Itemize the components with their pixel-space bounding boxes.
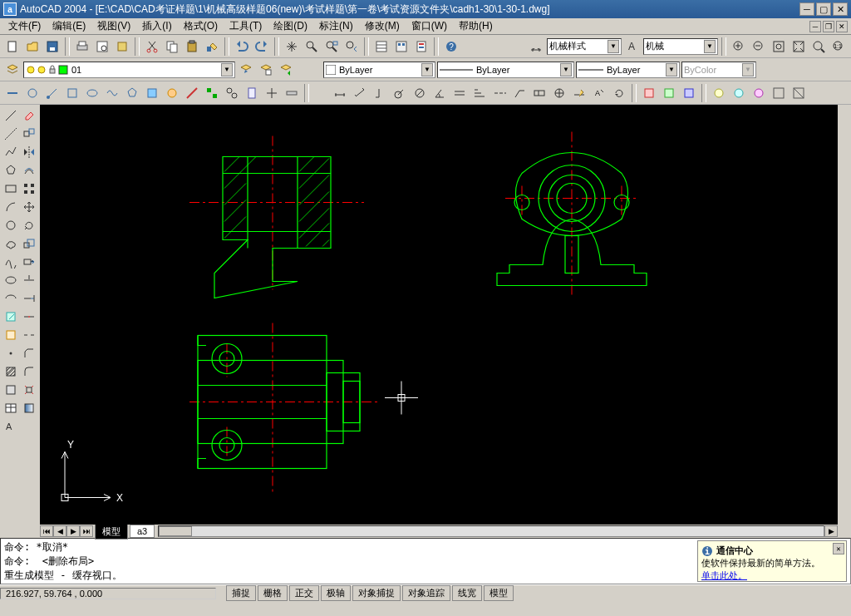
gradient-button[interactable] <box>20 399 37 416</box>
menu-dimension[interactable]: 标注(N) <box>314 17 358 35</box>
copy-button[interactable] <box>163 37 181 56</box>
layer-manager-button[interactable] <box>3 61 22 79</box>
arc-button[interactable] <box>2 198 19 215</box>
mtext-button[interactable]: A <box>2 417 19 435</box>
point-button[interactable] <box>2 344 19 362</box>
tool-a6[interactable] <box>103 84 121 102</box>
dim-tedit-button[interactable]: A <box>590 84 608 102</box>
mirror-button[interactable] <box>20 143 37 160</box>
tool-a7[interactable] <box>123 84 141 102</box>
layer-states-button[interactable] <box>257 61 275 79</box>
mod-b1[interactable] <box>640 84 658 102</box>
extend-button[interactable] <box>20 289 37 307</box>
ellipse-button[interactable] <box>2 271 19 288</box>
menu-file[interactable]: 文件(F) <box>3 17 46 35</box>
dim-aligned-button[interactable] <box>351 84 369 102</box>
fillet-button[interactable] <box>20 362 37 380</box>
mod-c3[interactable] <box>750 84 768 102</box>
dim-diameter-button[interactable] <box>411 84 429 102</box>
dropdown-arrow-icon[interactable]: ▼ <box>704 40 716 53</box>
open-button[interactable] <box>23 37 42 56</box>
move-button[interactable] <box>20 198 37 215</box>
hatch-button[interactable] <box>2 362 19 380</box>
tool-a2[interactable] <box>23 84 42 102</box>
tool-a9[interactable] <box>163 84 181 102</box>
publish-button[interactable] <box>113 37 131 56</box>
insert-block-button[interactable] <box>2 308 19 325</box>
command-window[interactable]: 命令: *取消* 命令: <删除布局> 重生成模型 - 缓存视口。 命令: ✕ … <box>0 538 851 584</box>
layer-combo[interactable]: 01 ▼ <box>23 62 235 78</box>
vertical-scrollbar[interactable] <box>838 105 851 538</box>
mdi-close-button[interactable]: ✕ <box>836 21 848 32</box>
dim-angular-button[interactable] <box>430 84 449 102</box>
break-at-point-button[interactable] <box>20 308 37 325</box>
menu-modify[interactable]: 修改(M) <box>360 17 405 35</box>
otrack-toggle[interactable]: 对象追踪 <box>402 585 450 601</box>
tab-next-button[interactable]: ▶ <box>66 525 80 537</box>
textstyle-icon[interactable]: A <box>623 37 642 56</box>
menu-tools[interactable]: 工具(T) <box>224 17 267 35</box>
dim-center-button[interactable] <box>550 84 568 102</box>
dim-leader-button[interactable] <box>510 84 529 102</box>
zoom-window2-button[interactable] <box>809 37 828 56</box>
hscroll-right-button[interactable]: ▶ <box>824 525 838 537</box>
dim-update-button[interactable] <box>610 84 628 102</box>
tab-last-button[interactable]: ⏭ <box>80 525 93 537</box>
tool-a5[interactable] <box>83 84 101 102</box>
design-center-button[interactable] <box>392 37 411 56</box>
break-button[interactable] <box>20 326 37 343</box>
grid-toggle[interactable]: 栅格 <box>258 585 288 601</box>
dimstyle-combo[interactable]: 机械样式 ▼ <box>547 38 622 55</box>
region-button[interactable] <box>2 381 19 398</box>
mdi-restore-button[interactable]: ❐ <box>823 21 834 32</box>
dimstyle-icon[interactable] <box>527 37 545 56</box>
menu-view[interactable]: 视图(V) <box>92 17 135 35</box>
paste-button[interactable] <box>183 37 201 56</box>
coordinate-display[interactable]: 216.927, 59.764 , 0.000 <box>0 588 216 599</box>
construction-line-button[interactable] <box>2 125 19 142</box>
drawing-canvas[interactable]: Y X <box>40 105 838 525</box>
table-button[interactable] <box>2 399 19 416</box>
lwt-toggle[interactable]: 线宽 <box>452 585 482 601</box>
lineweight-combo[interactable]: ByLayer ▼ <box>576 62 680 78</box>
make-layer-current-button[interactable] <box>277 61 295 79</box>
dim-continue-button[interactable] <box>490 84 509 102</box>
pan-button[interactable] <box>283 37 301 56</box>
linetype-combo[interactable]: ByLayer ▼ <box>437 62 574 78</box>
tool-a14[interactable] <box>263 84 281 102</box>
tab-prev-button[interactable]: ◀ <box>53 525 66 537</box>
chamfer-button[interactable] <box>20 344 37 362</box>
zoom-in-button[interactable] <box>730 37 748 56</box>
plot-button[interactable] <box>73 37 91 56</box>
menu-draw[interactable]: 绘图(D) <box>268 17 312 35</box>
osnap-toggle[interactable]: 对象捕捉 <box>352 585 401 601</box>
trim-button[interactable] <box>20 271 37 288</box>
tab-first-button[interactable]: ⏮ <box>40 525 53 537</box>
textstyle-combo[interactable]: 机械 ▼ <box>643 38 718 55</box>
ellipse-arc-button[interactable] <box>2 289 19 307</box>
dropdown-arrow-icon[interactable]: ▼ <box>666 63 677 76</box>
tool-a12[interactable] <box>223 84 241 102</box>
maximize-button[interactable]: ▢ <box>816 2 831 16</box>
offset-button[interactable] <box>20 161 37 179</box>
tab-model[interactable]: 模型 <box>95 524 128 540</box>
menu-edit[interactable]: 编辑(E) <box>47 17 91 35</box>
mod-b3[interactable] <box>680 84 698 102</box>
mdi-minimize-button[interactable]: ─ <box>809 21 821 32</box>
circle-button[interactable] <box>2 216 19 234</box>
dim-tolerance-button[interactable] <box>530 84 548 102</box>
zoom-extents-button[interactable] <box>770 37 788 56</box>
zoom-realtime-button[interactable] <box>303 37 321 56</box>
tool-a3[interactable] <box>43 84 61 102</box>
zoom-out-button[interactable] <box>750 37 768 56</box>
spline-button[interactable] <box>2 253 19 270</box>
copy-object-button[interactable] <box>20 125 37 142</box>
minimize-button[interactable]: ─ <box>799 2 814 16</box>
cut-button[interactable] <box>143 37 161 56</box>
array-button[interactable] <box>20 180 37 197</box>
zoom-previous-button[interactable] <box>342 37 361 56</box>
snap-toggle[interactable]: 捕捉 <box>226 585 256 601</box>
redo-button[interactable] <box>253 37 271 56</box>
stretch-button[interactable] <box>20 253 37 270</box>
rotate-button[interactable] <box>20 216 37 234</box>
